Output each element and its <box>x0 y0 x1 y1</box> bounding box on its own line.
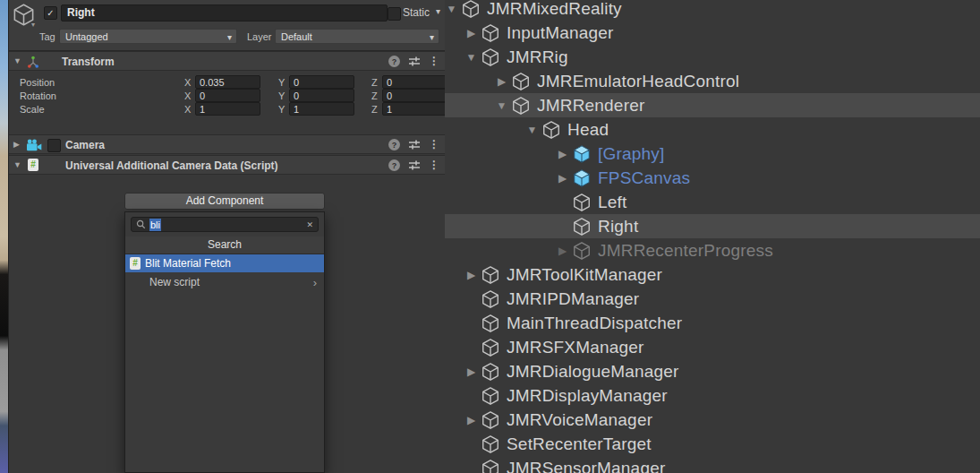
hierarchy-item-jmrrecenterprogress[interactable]: ▶JMRRecenterProgress <box>445 238 980 262</box>
transform-header[interactable]: ▼ Transform ? ⋮ <box>9 51 446 71</box>
foldout-collapsed-icon[interactable]: ▶ <box>495 75 508 88</box>
hierarchy-item-jmrtoolkitmanager[interactable]: ▶JMRToolKitManager <box>445 262 980 287</box>
hierarchy-item-jmrmixedreality[interactable]: ▼JMRMixedReality <box>445 0 980 21</box>
cube-icon <box>481 386 500 406</box>
hierarchy-item-inputmanager[interactable]: ▶InputManager <box>445 21 980 45</box>
foldout-collapsed-icon[interactable]: ▶ <box>464 414 478 426</box>
additional-camera-data-title: Universal Additional Camera Data (Script… <box>65 159 278 172</box>
foldout-collapsed-icon[interactable]: ▶ <box>556 148 569 160</box>
gameobject-header: ▾ ✓ Right Static ▾ Tag Untagged ▾ Layer … <box>9 0 446 51</box>
hierarchy-item-label: JMRRecenterProgress <box>598 241 773 261</box>
rotation-x-input[interactable]: 0 <box>195 89 260 102</box>
foldout-expanded-icon[interactable]: ▼ <box>464 51 478 64</box>
foldout-collapsed-icon[interactable]: ▶ <box>556 245 569 257</box>
gameobject-name-input[interactable]: Right <box>61 4 388 22</box>
hierarchy-item-jmrsensormanager[interactable]: JMRSensorManager <box>445 456 980 473</box>
help-icon[interactable]: ? <box>388 159 400 171</box>
tag-label: Tag <box>39 31 55 42</box>
rotation-y-input[interactable]: 0 <box>289 89 354 102</box>
scale-x-input[interactable]: 1 <box>195 102 260 116</box>
cube-icon <box>481 434 500 454</box>
add-component-button[interactable]: Add Component <box>124 193 325 210</box>
hierarchy-item-left[interactable]: Left <box>445 190 980 214</box>
hierarchy-item-setrecentertarget[interactable]: SetRecenterTarget <box>445 432 980 456</box>
result-new-script[interactable]: New script › <box>125 273 324 291</box>
hierarchy-item-right[interactable]: Right <box>445 214 980 238</box>
presets-icon[interactable] <box>408 139 421 150</box>
search-query-text: bli <box>149 219 161 231</box>
foldout-collapsed-icon[interactable]: ▶ <box>464 269 478 281</box>
rotation-z-input[interactable]: 0 <box>382 89 447 102</box>
hierarchy-item-fpscanvas[interactable]: ▶FPSCanvas <box>445 166 980 190</box>
static-checkbox[interactable] <box>388 7 401 21</box>
hierarchy-item-jmrrenderer[interactable]: ▼JMRRenderer <box>445 93 980 117</box>
hierarchy-item-mainthreaddispatcher[interactable]: MainThreadDispatcher <box>445 311 980 335</box>
layer-label: Layer <box>247 31 272 42</box>
cube-icon <box>572 241 592 261</box>
foldout-collapsed-icon[interactable]: ▶ <box>556 172 569 185</box>
position-z-input[interactable]: 0 <box>382 75 447 89</box>
scale-z-input[interactable]: 1 <box>382 102 447 116</box>
camera-title: Camera <box>65 139 105 151</box>
hierarchy-item-label: JMRSensorManager <box>507 459 665 473</box>
cube-icon <box>481 459 500 473</box>
more-menu-icon[interactable]: ⋮ <box>429 139 439 150</box>
hierarchy-item-jmrvoicemanager[interactable]: ▶JMRVoiceManager <box>445 408 980 432</box>
tag-caret-icon: ▾ <box>227 30 232 45</box>
rotation-label: Rotation <box>20 90 56 101</box>
hierarchy-item-jmremulatorheadcontrol[interactable]: ▶JMREmulatorHeadControl <box>445 69 980 93</box>
scene-view-sliver <box>0 0 8 473</box>
hierarchy-item-jmrsfxmanager[interactable]: JMRSFXManager <box>445 335 980 359</box>
foldout-expanded-icon[interactable]: ▼ <box>13 161 21 169</box>
hierarchy-item-head[interactable]: ▼Head <box>445 117 980 142</box>
component-search-input[interactable]: bli ✕ <box>131 217 319 232</box>
additional-camera-data-header[interactable]: ▼ # Universal Additional Camera Data (Sc… <box>9 155 446 175</box>
cube-icon <box>461 0 481 19</box>
foldout-expanded-icon[interactable]: ▼ <box>495 99 508 112</box>
foldout-collapsed-icon[interactable]: ▶ <box>464 366 478 378</box>
hierarchy-item-label: JMREmulatorHeadControl <box>537 72 739 91</box>
hierarchy-item-graphy[interactable]: ▶[Graphy] <box>445 142 980 166</box>
result-blit-material-fetch[interactable]: # Blit Material Fetch <box>125 254 324 272</box>
scale-y-input[interactable]: 1 <box>289 102 354 116</box>
foldout-collapsed-icon[interactable]: ▶ <box>464 27 478 39</box>
tag-dropdown[interactable]: Untagged ▾ <box>59 29 237 44</box>
position-y-input[interactable]: 0 <box>289 75 354 89</box>
cube-icon <box>481 47 500 67</box>
presets-icon[interactable] <box>408 159 421 171</box>
result-label: New script <box>149 276 200 288</box>
position-x-input[interactable]: 0.035 <box>195 75 260 89</box>
more-menu-icon[interactable]: ⋮ <box>429 56 439 67</box>
foldout-expanded-icon[interactable]: ▼ <box>445 3 458 15</box>
cube-icon <box>511 96 531 116</box>
clear-search-icon[interactable]: ✕ <box>306 220 313 229</box>
hierarchy-item-jmrrig[interactable]: ▼JMRRig <box>445 45 980 69</box>
cube-icon <box>511 72 531 91</box>
axis-z-label: Z <box>371 104 378 115</box>
active-checkbox[interactable]: ✓ <box>44 6 57 20</box>
presets-icon[interactable] <box>408 56 421 67</box>
prefab-cube-icon <box>572 168 592 188</box>
axis-x-label: X <box>184 90 191 101</box>
hierarchy-item-label: Right <box>598 217 638 236</box>
foldout-expanded-icon[interactable]: ▼ <box>525 124 539 136</box>
hierarchy-item-jmrdialoguemanager[interactable]: ▶JMRDialogueManager <box>445 359 980 383</box>
hierarchy-item-label: Left <box>598 193 627 212</box>
axis-y-label: Y <box>278 77 285 88</box>
script-icon: # <box>130 257 141 270</box>
scale-row: Scale X 1 Y 1 Z 1 <box>9 102 446 116</box>
static-caret-icon[interactable]: ▾ <box>436 6 440 16</box>
hierarchy-item-jmrdisplaymanager[interactable]: JMRDisplayManager <box>445 383 980 408</box>
hierarchy-item-jmripdmanager[interactable]: JMRIPDManager <box>445 287 980 311</box>
hierarchy-item-label: JMRRenderer <box>537 96 644 116</box>
camera-component-header[interactable]: ▶ Camera ? ⋮ <box>9 134 446 154</box>
icon-picker-caret[interactable]: ▾ <box>31 22 35 29</box>
layer-dropdown[interactable]: Default ▾ <box>275 29 439 44</box>
foldout-expanded-icon[interactable]: ▼ <box>13 57 21 65</box>
foldout-collapsed-icon[interactable]: ▶ <box>13 141 20 149</box>
camera-enabled-checkbox[interactable] <box>47 139 61 152</box>
layer-caret-icon: ▾ <box>430 30 434 45</box>
help-icon[interactable]: ? <box>388 56 400 67</box>
more-menu-icon[interactable]: ⋮ <box>429 159 439 171</box>
help-icon[interactable]: ? <box>388 139 400 150</box>
